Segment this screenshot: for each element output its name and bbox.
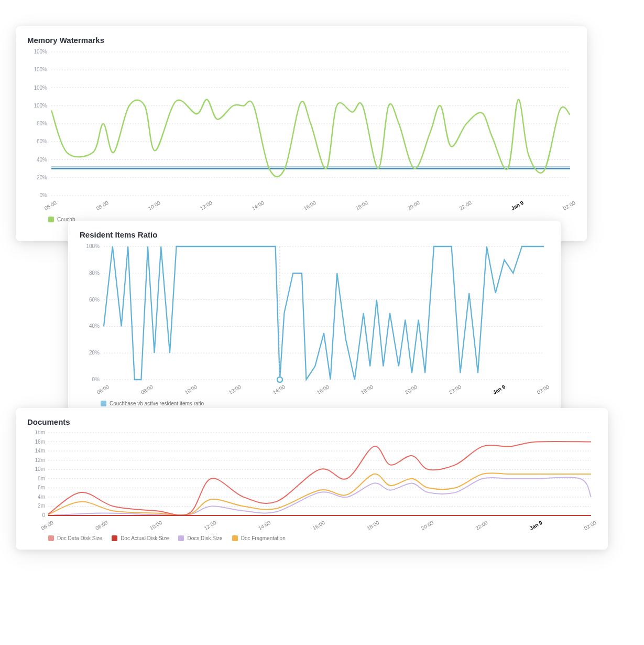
svg-text:14:00: 14:00 <box>251 200 266 211</box>
legend-label: Docs Disk Size <box>187 535 222 541</box>
svg-text:22:00: 22:00 <box>459 200 473 211</box>
svg-text:Jan 9: Jan 9 <box>492 384 506 395</box>
svg-text:06:00: 06:00 <box>43 200 58 211</box>
svg-text:14:00: 14:00 <box>257 520 272 530</box>
svg-text:20%: 20% <box>37 175 47 180</box>
legend-swatch-icon <box>101 401 106 406</box>
legend-label: Doc Actual Disk Size <box>121 535 169 541</box>
svg-text:18:00: 18:00 <box>355 200 369 211</box>
legend-item[interactable]: Couchbase vb active resident items ratio <box>101 401 204 406</box>
svg-text:100%: 100% <box>34 103 47 109</box>
svg-text:20:00: 20:00 <box>404 384 419 395</box>
resident-items-card: Resident Items Ratio 0%20%40%60%80%100%0… <box>68 221 561 420</box>
svg-text:20:00: 20:00 <box>420 520 435 530</box>
svg-text:18:00: 18:00 <box>360 384 375 395</box>
svg-text:8m: 8m <box>38 476 45 481</box>
documents-title: Documents <box>27 417 596 426</box>
legend-label: Doc Data Disk Size <box>57 535 102 541</box>
svg-text:Jan 9: Jan 9 <box>510 200 525 211</box>
legend-item[interactable]: Docs Disk Size <box>178 535 222 541</box>
svg-text:02:00: 02:00 <box>583 520 596 530</box>
svg-text:22:00: 22:00 <box>474 520 489 530</box>
legend-label: Couchbase vb active resident items ratio <box>110 401 204 406</box>
svg-text:10m: 10m <box>35 466 45 472</box>
svg-text:16:00: 16:00 <box>303 200 318 211</box>
svg-text:60%: 60% <box>89 297 100 303</box>
svg-text:80%: 80% <box>89 270 100 276</box>
svg-text:0%: 0% <box>40 192 48 198</box>
svg-text:06:00: 06:00 <box>40 520 55 530</box>
documents-legend: Doc Data Disk Size Doc Actual Disk Size … <box>27 535 596 541</box>
svg-text:08:00: 08:00 <box>95 200 110 211</box>
memory-watermarks-chart[interactable]: 0%20%40%60%80%100%100%100%100%06:0008:00… <box>27 49 575 211</box>
svg-text:08:00: 08:00 <box>94 520 109 530</box>
svg-text:80%: 80% <box>37 121 47 126</box>
svg-text:10:00: 10:00 <box>147 200 162 211</box>
svg-text:40%: 40% <box>89 323 100 329</box>
legend-item[interactable]: Doc Actual Disk Size <box>112 535 169 541</box>
svg-text:02:00: 02:00 <box>562 200 575 211</box>
legend-item[interactable]: Doc Fragmentation <box>232 535 286 541</box>
svg-text:08:00: 08:00 <box>140 384 155 395</box>
svg-text:0: 0 <box>42 512 45 518</box>
svg-text:14m: 14m <box>35 448 45 454</box>
svg-text:12:00: 12:00 <box>199 200 214 211</box>
legend-label: Doc Fragmentation <box>241 535 286 541</box>
legend-swatch-icon <box>178 535 184 541</box>
svg-text:60%: 60% <box>37 138 47 144</box>
legend-item[interactable]: Doc Data Disk Size <box>48 535 102 541</box>
svg-point-55 <box>277 377 282 382</box>
svg-text:10:00: 10:00 <box>184 384 199 395</box>
svg-text:16:00: 16:00 <box>316 384 331 395</box>
svg-text:0%: 0% <box>92 377 100 382</box>
svg-text:16:00: 16:00 <box>312 520 326 530</box>
svg-text:100%: 100% <box>34 49 47 55</box>
svg-text:22:00: 22:00 <box>448 384 463 395</box>
memory-watermarks-title: Memory Watermarks <box>27 36 575 45</box>
svg-text:18m: 18m <box>35 431 45 435</box>
svg-text:06:00: 06:00 <box>96 384 111 395</box>
svg-text:Jan 9: Jan 9 <box>529 520 543 530</box>
svg-text:12m: 12m <box>35 457 45 463</box>
legend-swatch-icon <box>232 535 238 541</box>
legend-swatch-icon <box>48 535 54 541</box>
svg-text:20:00: 20:00 <box>407 200 421 211</box>
svg-text:10:00: 10:00 <box>149 520 163 530</box>
svg-text:18:00: 18:00 <box>366 520 380 530</box>
svg-text:100%: 100% <box>34 67 47 72</box>
svg-text:6m: 6m <box>38 485 45 490</box>
resident-items-legend: Couchbase vb active resident items ratio <box>80 401 549 406</box>
svg-text:16m: 16m <box>35 439 45 445</box>
svg-text:100%: 100% <box>86 243 100 249</box>
svg-text:20%: 20% <box>89 350 100 356</box>
svg-text:4m: 4m <box>38 494 45 500</box>
documents-card: Documents 02m4m6m8m10m12m14m16m18m06:000… <box>16 408 608 550</box>
svg-text:2m: 2m <box>38 503 45 509</box>
resident-items-chart[interactable]: 0%20%40%60%80%100%06:0008:0010:0012:0014… <box>80 243 549 395</box>
legend-swatch-icon <box>112 535 117 541</box>
svg-text:12:00: 12:00 <box>203 520 217 530</box>
legend-swatch-icon <box>48 217 54 222</box>
memory-watermarks-card: Memory Watermarks 0%20%40%60%80%100%100%… <box>16 26 587 241</box>
svg-text:14:00: 14:00 <box>272 384 287 395</box>
resident-items-title: Resident Items Ratio <box>80 230 549 239</box>
svg-text:40%: 40% <box>37 157 47 163</box>
documents-chart[interactable]: 02m4m6m8m10m12m14m16m18m06:0008:0010:001… <box>27 431 596 530</box>
svg-text:02:00: 02:00 <box>536 384 549 395</box>
svg-text:100%: 100% <box>34 85 47 91</box>
svg-text:12:00: 12:00 <box>228 384 243 395</box>
